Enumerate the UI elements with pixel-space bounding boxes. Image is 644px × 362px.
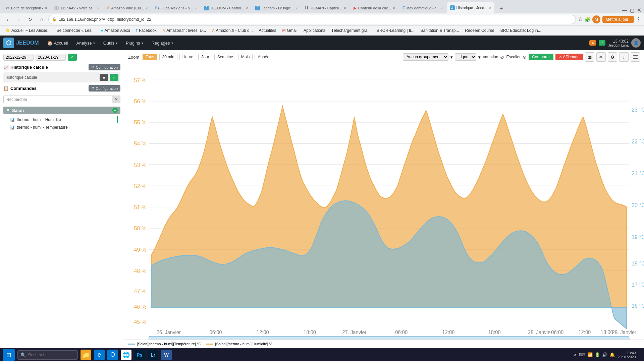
reload-button[interactable]: ↻ [25, 15, 35, 24]
tab-amazon-vine[interactable]: A Amazon Vine (Clu... × [103, 3, 151, 13]
bookmark-facebook[interactable]: f Facebook [133, 27, 159, 34]
update-button[interactable]: Mettre à jour ! [602, 16, 634, 23]
bookmark-alexa[interactable]: ● Amazon Alexa [98, 27, 133, 34]
nav-accueil[interactable]: 🏠 Accueil [44, 36, 71, 50]
tray-notifications-icon[interactable]: 🔔 [609, 352, 615, 357]
hamburger-button[interactable] [631, 52, 640, 62]
date-from-input[interactable] [3, 54, 34, 61]
tab-close-yt[interactable]: × [393, 6, 395, 10]
tab-close-mail[interactable]: × [45, 6, 47, 10]
nav-reglages[interactable]: Réglages ▾ [148, 36, 176, 50]
tab-close-jlogic[interactable]: × [296, 6, 298, 10]
sub-action-button-dark[interactable]: ■ [100, 74, 108, 81]
sub-action-button-green[interactable]: ✓ [110, 74, 118, 81]
taskbar-app-files[interactable]: 📁 [80, 350, 91, 360]
bookmark-seconnecter[interactable]: Se connecter « Les... [54, 27, 97, 34]
variation-toggle[interactable]: ⊘ [500, 54, 504, 60]
tab-close-hist[interactable]: × [489, 6, 491, 10]
tab-jeedom-ctrl[interactable]: J JEEDOM - Contrôl... × [201, 3, 251, 13]
address-bar[interactable]: 🔒 192.168.1.16/index.php?v=d&p=history&c… [48, 15, 576, 24]
bookmark-actualites[interactable]: Actualités [256, 27, 279, 34]
badge-green[interactable]: 2 [599, 40, 605, 46]
zoom-mois-button[interactable]: Mois [238, 54, 253, 60]
tab-heiman[interactable]: H HEIMAN - Capteu... × [302, 3, 349, 13]
taskbar-app-word[interactable]: W [161, 350, 172, 360]
chart-icon-btn-2[interactable]: ✏ [596, 52, 606, 62]
zoom-jour-button[interactable]: Jour [198, 54, 212, 60]
date-to-input[interactable] [36, 54, 66, 61]
tab-close-amazon[interactable]: × [146, 6, 148, 10]
affichage-button[interactable]: ✕ Affichage [555, 54, 583, 60]
zoom-tous-button[interactable]: Tous [143, 54, 157, 60]
nav-analyse[interactable]: Analyse ▾ [73, 36, 98, 50]
nav-outils[interactable]: Outils ▾ [100, 36, 121, 50]
tray-up-arrow-icon[interactable]: ∧ [574, 352, 577, 357]
taskbar-search-box[interactable]: 🔍 [17, 350, 78, 360]
taskbar-app-chrome[interactable]: 🌐 [121, 350, 131, 360]
start-button[interactable]: ⊞ [3, 349, 15, 361]
bookmark-gmail[interactable]: M Gmail [280, 27, 300, 34]
bookmark-accueil[interactable]: ⭐ Accueil – Les Alexie... [3, 27, 53, 34]
search-clear-button[interactable]: ✕ [112, 96, 120, 103]
group-add-button[interactable]: + [112, 108, 118, 113]
minimize-button[interactable]: — [622, 7, 627, 13]
zoom-semaine-button[interactable]: Semaine [214, 54, 236, 60]
forward-button[interactable]: › [14, 15, 23, 24]
show-desktop-button[interactable] [639, 350, 641, 360]
tab-google[interactable]: G box domotique - f... × [399, 3, 446, 13]
bookmark-brc-educate[interactable]: BRC Educate: Log in... [498, 27, 544, 34]
tab-close-google[interactable]: × [440, 6, 442, 10]
close-button[interactable]: ✕ [637, 7, 641, 13]
tab-close-jctrl[interactable]: × [246, 6, 248, 10]
compare-button[interactable]: Comparer [529, 54, 553, 60]
taskbar-search-input[interactable] [28, 353, 68, 357]
tree-item-humidity[interactable]: 📊 thermo - humi - Humidité [3, 115, 120, 124]
validate-date-button[interactable]: ✓ [68, 54, 77, 61]
bookmark-amazon-club[interactable]: A Amazon.fr - Club d... [209, 27, 255, 34]
tab-facebook[interactable]: f (6) Les Alexiens - h... × [152, 3, 200, 13]
tab-close-heiman[interactable]: × [344, 6, 346, 10]
tab-jeedom-logic[interactable]: J Jeedom - Le logic... × [252, 3, 301, 13]
user-avatar[interactable]: 👤 [631, 38, 641, 48]
home-button[interactable]: ⌂ [37, 15, 46, 24]
grouping-select[interactable]: Aucun groupement [403, 53, 448, 61]
bookmark-brc[interactable]: BRC e-Learning | tr... [374, 27, 417, 34]
tree-item-temperature[interactable]: 📊 thermo - humi - Température [3, 124, 120, 131]
taskbar-app-photoshop[interactable]: Ps [134, 350, 145, 360]
escalier-toggle[interactable]: ⊘ [523, 54, 527, 60]
bookmark-sanitation[interactable]: Sanitation & Transp... [418, 27, 462, 34]
chart-icon-btn-1[interactable]: ▦ [585, 52, 594, 62]
bookmark-applications[interactable]: Applications [301, 27, 328, 34]
maximize-button[interactable]: ▢ [630, 8, 634, 13]
zoom-heure-button[interactable]: Heure [179, 54, 197, 60]
tray-keyboard-icon[interactable]: ⌨ [579, 352, 585, 357]
taskbar-app-outlook[interactable]: Ο [107, 350, 118, 360]
new-tab-button[interactable]: + [496, 4, 506, 13]
config-button-2[interactable]: ⚙ Configuration [89, 85, 120, 92]
zoom-30min-button[interactable]: 30 min [159, 54, 177, 60]
zoom-annee-button[interactable]: Année [255, 54, 272, 60]
tray-battery-icon[interactable]: 🔋 [595, 352, 600, 357]
tab-close-fb[interactable]: × [195, 6, 197, 10]
tab-historique[interactable]: J Historique - Jeed... × [447, 2, 495, 13]
line-select[interactable]: Ligne [455, 53, 476, 61]
search-input[interactable] [4, 96, 112, 103]
tab-mail[interactable]: ✉ Boîte de réception - × [3, 3, 50, 13]
chart-icon-btn-3[interactable]: ⚙ [608, 52, 617, 62]
profile-button[interactable]: M [592, 15, 600, 23]
taskbar-app-lightroom[interactable]: Lr [148, 350, 158, 360]
config-button-1[interactable]: ⚙ Configuration [89, 64, 120, 70]
bookmark-amazon-livres[interactable]: A Amazon.fr : livres, D... [160, 27, 209, 34]
tray-volume-icon[interactable]: 🔊 [602, 352, 607, 357]
taskbar-app-edge[interactable]: e [94, 350, 105, 360]
extensions-button[interactable]: 🧩 [585, 17, 590, 22]
bookmark-redeem[interactable]: Redeem Course [462, 27, 497, 34]
badge-orange[interactable]: 4 [589, 40, 596, 46]
bookmark-telechargement[interactable]: Téléchargement gra... [329, 27, 373, 34]
tab-lbp[interactable]: L LBP AAV - Votre as... × [51, 3, 103, 13]
menu-button[interactable]: ⋮ [636, 16, 641, 22]
nav-plugins[interactable]: Plugins ▾ [122, 36, 147, 50]
bookmark-button[interactable]: ☆ [578, 16, 583, 22]
back-button[interactable]: ‹ [3, 15, 12, 24]
chart-icon-btn-4[interactable]: ↓ [619, 52, 629, 62]
